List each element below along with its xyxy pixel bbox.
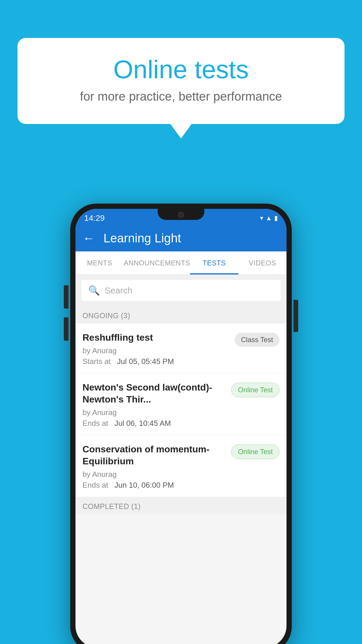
speech-bubble: Online tests for more practice, better p… <box>17 38 345 124</box>
time-label-1: Ends at <box>82 419 108 428</box>
completed-label: COMPLETED (1) <box>82 502 141 510</box>
app-title: Learning Light <box>103 231 181 245</box>
badge-class-test-0: Class Test <box>235 333 280 347</box>
badge-online-test-1: Online Test <box>231 383 280 397</box>
ongoing-section-header: ONGOING (3) <box>75 306 287 323</box>
test-item-reshuffling[interactable]: Reshuffling test by Anurag Starts at Jul… <box>75 323 287 373</box>
search-bar[interactable]: 🔍 Search <box>81 280 281 301</box>
tabs-bar: MENTS ANNOUNCEMENTS TESTS VIDEOS <box>75 251 287 275</box>
back-button[interactable]: ← <box>82 231 95 245</box>
search-icon: 🔍 <box>88 285 100 296</box>
tab-videos-label: VIDEOS <box>249 259 276 267</box>
power-button <box>294 300 298 332</box>
volume-down-button <box>64 317 68 341</box>
tab-videos[interactable]: VIDEOS <box>238 251 287 274</box>
test-info-reshuffling: Reshuffling test by Anurag Starts at Jul… <box>82 332 230 366</box>
time-label-0: Starts at <box>82 357 111 366</box>
tab-ments[interactable]: MENTS <box>75 251 124 274</box>
test-time-newtons: Ends at Jul 06, 10:45 AM <box>82 419 226 428</box>
test-item-newtons[interactable]: Newton's Second law(contd)-Newton's Thir… <box>75 373 287 435</box>
phone-frame: 14:29 ▾ ▲ ▮ ← Learning Light MENTS ANNOU… <box>70 204 292 644</box>
wifi-icon: ▾ <box>260 214 263 222</box>
test-name-reshuffling: Reshuffling test <box>82 332 230 344</box>
search-input[interactable]: Search <box>105 286 132 295</box>
volume-up-button <box>64 285 68 309</box>
search-container: 🔍 Search <box>75 275 287 306</box>
tests-list: Reshuffling test by Anurag Starts at Jul… <box>75 323 287 514</box>
time-value-0: Jul 05, 05:45 PM <box>117 357 174 366</box>
test-author-reshuffling: by Anurag <box>82 346 230 355</box>
phone-notch <box>158 209 204 220</box>
completed-section-header: COMPLETED (1) <box>75 497 287 514</box>
badge-online-test-2: Online Test <box>231 444 280 459</box>
bubble-subtitle: for more practice, better performance <box>41 90 321 104</box>
tab-tests-label: TESTS <box>203 259 226 267</box>
phone-screen: 14:29 ▾ ▲ ▮ ← Learning Light MENTS ANNOU… <box>75 209 287 644</box>
test-author-conservation: by Anurag <box>82 470 226 479</box>
battery-icon: ▮ <box>274 214 278 222</box>
bubble-title: Online tests <box>41 55 321 84</box>
tab-announcements-label: ANNOUNCEMENTS <box>124 259 190 267</box>
test-item-conservation[interactable]: Conservation of momentum-Equilibrium by … <box>75 435 287 497</box>
test-time-conservation: Ends at Jun 10, 06:00 PM <box>82 481 226 490</box>
time-label-2: Ends at <box>82 481 108 489</box>
ongoing-label: ONGOING (3) <box>82 312 130 320</box>
status-time: 14:29 <box>84 214 105 223</box>
time-value-1: Jul 06, 10:45 AM <box>115 419 171 428</box>
tab-announcements[interactable]: ANNOUNCEMENTS <box>124 251 190 274</box>
test-name-conservation: Conservation of momentum-Equilibrium <box>82 443 226 468</box>
time-value-2: Jun 10, 06:00 PM <box>115 481 174 489</box>
test-time-reshuffling: Starts at Jul 05, 05:45 PM <box>82 357 230 366</box>
test-author-newtons: by Anurag <box>82 408 226 417</box>
app-header: ← Learning Light <box>75 225 287 251</box>
tab-ments-label: MENTS <box>87 259 112 267</box>
status-icons: ▾ ▲ ▮ <box>260 214 278 222</box>
signal-icon: ▲ <box>266 214 272 222</box>
front-camera <box>178 212 184 218</box>
test-name-newtons: Newton's Second law(contd)-Newton's Thir… <box>82 382 226 406</box>
test-info-newtons: Newton's Second law(contd)-Newton's Thir… <box>82 382 226 428</box>
tab-tests[interactable]: TESTS <box>190 251 238 274</box>
promo-section: Online tests for more practice, better p… <box>17 38 345 124</box>
test-info-conservation: Conservation of momentum-Equilibrium by … <box>82 443 226 490</box>
